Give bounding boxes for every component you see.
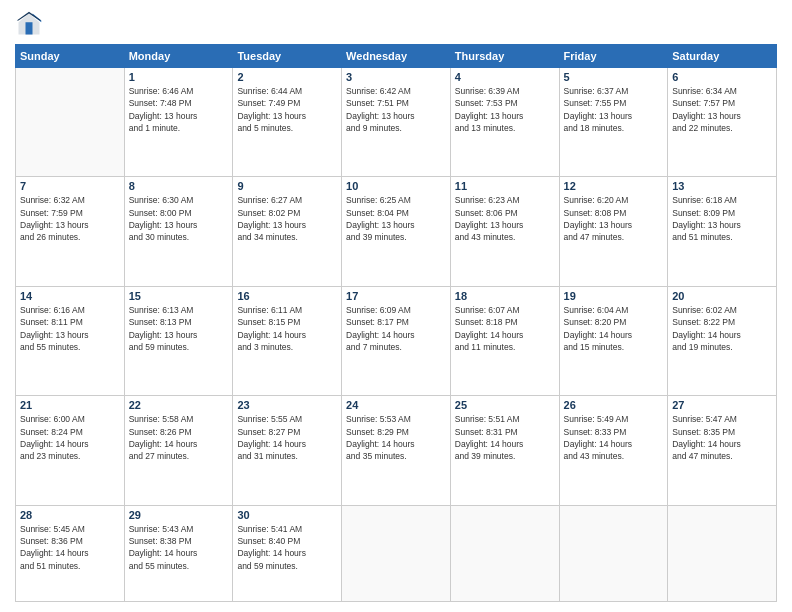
week-row-3: 14Sunrise: 6:16 AM Sunset: 8:11 PM Dayli… [16,286,777,395]
day-number: 29 [129,509,229,521]
day-number: 18 [455,290,555,302]
day-number: 16 [237,290,337,302]
calendar-cell [16,68,125,177]
day-number: 28 [20,509,120,521]
day-info: Sunrise: 5:47 AM Sunset: 8:35 PM Dayligh… [672,413,772,462]
day-info: Sunrise: 6:16 AM Sunset: 8:11 PM Dayligh… [20,304,120,353]
day-info: Sunrise: 5:55 AM Sunset: 8:27 PM Dayligh… [237,413,337,462]
day-number: 8 [129,180,229,192]
day-number: 10 [346,180,446,192]
calendar-cell: 17Sunrise: 6:09 AM Sunset: 8:17 PM Dayli… [342,286,451,395]
day-number: 4 [455,71,555,83]
day-info: Sunrise: 6:09 AM Sunset: 8:17 PM Dayligh… [346,304,446,353]
calendar-cell: 18Sunrise: 6:07 AM Sunset: 8:18 PM Dayli… [450,286,559,395]
day-number: 6 [672,71,772,83]
calendar-cell [668,505,777,601]
col-header-saturday: Saturday [668,45,777,68]
col-header-friday: Friday [559,45,668,68]
day-number: 25 [455,399,555,411]
day-info: Sunrise: 5:51 AM Sunset: 8:31 PM Dayligh… [455,413,555,462]
calendar-cell: 9Sunrise: 6:27 AM Sunset: 8:02 PM Daylig… [233,177,342,286]
day-info: Sunrise: 6:07 AM Sunset: 8:18 PM Dayligh… [455,304,555,353]
calendar-cell: 6Sunrise: 6:34 AM Sunset: 7:57 PM Daylig… [668,68,777,177]
col-header-thursday: Thursday [450,45,559,68]
calendar-cell: 8Sunrise: 6:30 AM Sunset: 8:00 PM Daylig… [124,177,233,286]
calendar-cell: 13Sunrise: 6:18 AM Sunset: 8:09 PM Dayli… [668,177,777,286]
day-number: 3 [346,71,446,83]
day-info: Sunrise: 6:11 AM Sunset: 8:15 PM Dayligh… [237,304,337,353]
logo [15,10,47,38]
calendar-cell: 2Sunrise: 6:44 AM Sunset: 7:49 PM Daylig… [233,68,342,177]
calendar-cell [342,505,451,601]
header [15,10,777,38]
day-info: Sunrise: 5:45 AM Sunset: 8:36 PM Dayligh… [20,523,120,572]
day-number: 21 [20,399,120,411]
calendar-cell: 20Sunrise: 6:02 AM Sunset: 8:22 PM Dayli… [668,286,777,395]
day-number: 2 [237,71,337,83]
day-number: 27 [672,399,772,411]
day-info: Sunrise: 5:43 AM Sunset: 8:38 PM Dayligh… [129,523,229,572]
day-number: 17 [346,290,446,302]
day-number: 1 [129,71,229,83]
calendar-cell: 1Sunrise: 6:46 AM Sunset: 7:48 PM Daylig… [124,68,233,177]
day-info: Sunrise: 6:34 AM Sunset: 7:57 PM Dayligh… [672,85,772,134]
calendar-cell: 26Sunrise: 5:49 AM Sunset: 8:33 PM Dayli… [559,396,668,505]
calendar-cell: 30Sunrise: 5:41 AM Sunset: 8:40 PM Dayli… [233,505,342,601]
day-number: 30 [237,509,337,521]
day-number: 14 [20,290,120,302]
day-number: 26 [564,399,664,411]
day-info: Sunrise: 6:20 AM Sunset: 8:08 PM Dayligh… [564,194,664,243]
logo-icon [15,10,43,38]
day-info: Sunrise: 6:44 AM Sunset: 7:49 PM Dayligh… [237,85,337,134]
calendar-cell: 14Sunrise: 6:16 AM Sunset: 8:11 PM Dayli… [16,286,125,395]
calendar-cell: 29Sunrise: 5:43 AM Sunset: 8:38 PM Dayli… [124,505,233,601]
calendar-cell: 24Sunrise: 5:53 AM Sunset: 8:29 PM Dayli… [342,396,451,505]
day-info: Sunrise: 6:39 AM Sunset: 7:53 PM Dayligh… [455,85,555,134]
day-number: 7 [20,180,120,192]
day-info: Sunrise: 6:02 AM Sunset: 8:22 PM Dayligh… [672,304,772,353]
day-info: Sunrise: 6:00 AM Sunset: 8:24 PM Dayligh… [20,413,120,462]
calendar-cell [559,505,668,601]
day-info: Sunrise: 6:23 AM Sunset: 8:06 PM Dayligh… [455,194,555,243]
day-info: Sunrise: 6:30 AM Sunset: 8:00 PM Dayligh… [129,194,229,243]
calendar-cell: 23Sunrise: 5:55 AM Sunset: 8:27 PM Dayli… [233,396,342,505]
calendar-cell: 22Sunrise: 5:58 AM Sunset: 8:26 PM Dayli… [124,396,233,505]
week-row-5: 28Sunrise: 5:45 AM Sunset: 8:36 PM Dayli… [16,505,777,601]
calendar-cell: 12Sunrise: 6:20 AM Sunset: 8:08 PM Dayli… [559,177,668,286]
svg-rect-4 [26,22,33,34]
day-info: Sunrise: 5:49 AM Sunset: 8:33 PM Dayligh… [564,413,664,462]
day-number: 19 [564,290,664,302]
calendar-cell: 3Sunrise: 6:42 AM Sunset: 7:51 PM Daylig… [342,68,451,177]
calendar-cell: 27Sunrise: 5:47 AM Sunset: 8:35 PM Dayli… [668,396,777,505]
day-number: 15 [129,290,229,302]
col-header-wednesday: Wednesday [342,45,451,68]
calendar-cell: 15Sunrise: 6:13 AM Sunset: 8:13 PM Dayli… [124,286,233,395]
day-info: Sunrise: 6:46 AM Sunset: 7:48 PM Dayligh… [129,85,229,134]
day-info: Sunrise: 5:58 AM Sunset: 8:26 PM Dayligh… [129,413,229,462]
calendar-cell: 16Sunrise: 6:11 AM Sunset: 8:15 PM Dayli… [233,286,342,395]
day-number: 24 [346,399,446,411]
day-info: Sunrise: 6:27 AM Sunset: 8:02 PM Dayligh… [237,194,337,243]
day-info: Sunrise: 6:37 AM Sunset: 7:55 PM Dayligh… [564,85,664,134]
calendar-cell: 21Sunrise: 6:00 AM Sunset: 8:24 PM Dayli… [16,396,125,505]
day-number: 20 [672,290,772,302]
day-info: Sunrise: 6:04 AM Sunset: 8:20 PM Dayligh… [564,304,664,353]
calendar-cell: 28Sunrise: 5:45 AM Sunset: 8:36 PM Dayli… [16,505,125,601]
day-number: 11 [455,180,555,192]
day-number: 23 [237,399,337,411]
week-row-1: 1Sunrise: 6:46 AM Sunset: 7:48 PM Daylig… [16,68,777,177]
day-number: 12 [564,180,664,192]
calendar-cell: 19Sunrise: 6:04 AM Sunset: 8:20 PM Dayli… [559,286,668,395]
calendar-table: SundayMondayTuesdayWednesdayThursdayFrid… [15,44,777,602]
calendar-cell: 5Sunrise: 6:37 AM Sunset: 7:55 PM Daylig… [559,68,668,177]
day-number: 22 [129,399,229,411]
day-info: Sunrise: 5:53 AM Sunset: 8:29 PM Dayligh… [346,413,446,462]
calendar-cell [450,505,559,601]
day-number: 13 [672,180,772,192]
week-row-4: 21Sunrise: 6:00 AM Sunset: 8:24 PM Dayli… [16,396,777,505]
col-header-sunday: Sunday [16,45,125,68]
col-header-tuesday: Tuesday [233,45,342,68]
day-info: Sunrise: 6:42 AM Sunset: 7:51 PM Dayligh… [346,85,446,134]
day-number: 9 [237,180,337,192]
calendar-cell: 11Sunrise: 6:23 AM Sunset: 8:06 PM Dayli… [450,177,559,286]
